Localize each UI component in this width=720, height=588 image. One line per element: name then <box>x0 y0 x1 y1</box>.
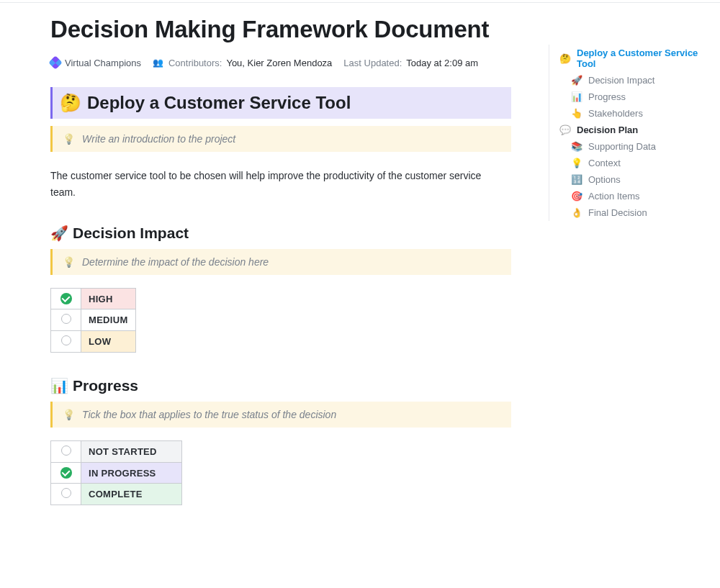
outline-item-label: Progress <box>588 91 626 102</box>
last-updated-label: Last Updated: <box>343 58 402 68</box>
progress-label-cell[interactable]: IN PROGRESS <box>81 463 182 484</box>
radio-empty-icon <box>61 488 71 498</box>
contributors-chip[interactable]: Contributors: You, Kier Zoren Mendoza <box>153 57 332 68</box>
heading-progress-text: Progress <box>73 377 138 394</box>
rocket-icon: 🚀 <box>50 225 68 242</box>
outline-emoji-icon: 🤔 <box>559 53 571 64</box>
contributors-icon <box>153 57 164 68</box>
intro-callout-text: Write an introduction to the project <box>82 133 235 145</box>
progress-radio-cell[interactable] <box>51 441 81 463</box>
section-banner-title: Deploy a Customer Service Tool <box>87 93 351 113</box>
impact-table: HIGHMEDIUMLOW <box>50 288 136 353</box>
outline-emoji-icon: 👌 <box>571 207 582 218</box>
impact-callout[interactable]: 💡 Determine the impact of the decision h… <box>50 249 511 275</box>
impact-callout-text: Determine the impact of the decision her… <box>82 256 269 268</box>
outline-item[interactable]: 👆Stakeholders <box>558 105 707 122</box>
outline-item-label: Final Decision <box>588 207 647 218</box>
outline-item[interactable]: 📊Progress <box>558 89 707 105</box>
outline-item[interactable]: 🎯Action Items <box>558 188 707 204</box>
impact-label-cell[interactable]: MEDIUM <box>81 309 136 331</box>
section-banner-deploy: 🤔 Deploy a Customer Service Tool <box>50 87 511 119</box>
progress-radio-cell[interactable] <box>51 463 81 484</box>
outline-emoji-icon: 🚀 <box>571 75 582 86</box>
outline-item-label: Supporting Data <box>588 141 656 152</box>
impact-radio-cell[interactable] <box>51 309 81 331</box>
impact-row: MEDIUM <box>51 309 136 331</box>
outline-emoji-icon: 🎯 <box>571 191 582 202</box>
outline-item-label: Stakeholders <box>588 108 643 119</box>
intro-callout[interactable]: 💡 Write an introduction to the project <box>50 126 511 152</box>
outline-item-label: Decision Plan <box>577 125 638 135</box>
lightbulb-icon: 💡 <box>63 133 75 145</box>
progress-row: IN PROGRESS <box>51 463 182 484</box>
workspace-chip[interactable]: Virtual Champions <box>50 58 141 68</box>
speech-bubble-icon <box>559 125 571 135</box>
impact-radio-cell[interactable] <box>51 331 81 353</box>
radio-empty-icon <box>61 445 71 456</box>
outline-emoji-icon: 👆 <box>571 108 582 119</box>
thinking-face-icon: 🤔 <box>60 93 81 113</box>
outline-item[interactable]: 👌Final Decision <box>558 204 707 221</box>
radio-empty-icon <box>61 314 71 324</box>
outline-item[interactable]: Decision Plan <box>558 122 707 138</box>
workspace-name: Virtual Champions <box>65 58 141 68</box>
outline-emoji-icon: 💡 <box>571 158 582 168</box>
impact-radio-cell[interactable] <box>51 289 81 309</box>
lightbulb-icon: 💡 <box>63 256 75 268</box>
check-circle-icon <box>60 467 72 479</box>
progress-label-cell[interactable]: COMPLETE <box>81 484 182 505</box>
outline-emoji-icon: 🔢 <box>571 174 582 185</box>
heading-progress: 📊 Progress <box>50 377 511 394</box>
progress-row: NOT STARTED <box>51 441 182 463</box>
last-updated-value: Today at 2:09 am <box>406 58 478 68</box>
workspace-icon <box>48 55 63 70</box>
bar-chart-icon: 📊 <box>50 377 68 394</box>
lightbulb-icon: 💡 <box>63 409 75 420</box>
outline-item[interactable]: 📚Supporting Data <box>558 138 707 155</box>
check-circle-icon <box>60 293 72 304</box>
progress-radio-cell[interactable] <box>51 484 81 505</box>
impact-label-cell[interactable]: LOW <box>81 331 136 353</box>
contributors-value: You, Kier Zoren Mendoza <box>226 58 332 68</box>
doc-meta-row: Virtual Champions Contributors: You, Kie… <box>50 57 511 68</box>
outline-item-label: Deploy a Customer Service Tool <box>577 48 706 69</box>
impact-row: LOW <box>51 331 136 353</box>
outline-item-label: Action Items <box>588 191 640 202</box>
heading-decision-impact-text: Decision Impact <box>73 225 189 242</box>
outline-item[interactable]: 🤔Deploy a Customer Service Tool <box>558 45 707 72</box>
progress-label-cell[interactable]: NOT STARTED <box>81 441 182 463</box>
radio-empty-icon <box>61 335 71 345</box>
outline-item[interactable]: 🚀Decision Impact <box>558 72 707 89</box>
outline-item-label: Decision Impact <box>588 75 654 86</box>
intro-body-text[interactable]: The customer service tool to be chosen w… <box>50 168 482 200</box>
outline-emoji-icon: 📊 <box>571 91 582 102</box>
last-updated-chip: Last Updated: Today at 2:09 am <box>343 58 478 68</box>
progress-callout[interactable]: 💡 Tick the box that applies to the true … <box>50 402 511 428</box>
progress-row: COMPLETE <box>51 484 182 505</box>
outline-item[interactable]: 🔢Options <box>558 171 707 188</box>
impact-row: HIGH <box>51 289 136 309</box>
outline-emoji-icon: 📚 <box>571 141 582 152</box>
contributors-label: Contributors: <box>168 58 222 68</box>
page-title: Decision Making Framework Document <box>50 14 511 44</box>
outline-sidebar: 🤔Deploy a Customer Service Tool🚀Decision… <box>549 45 707 221</box>
impact-label-cell[interactable]: HIGH <box>81 289 136 309</box>
progress-callout-text: Tick the box that applies to the true st… <box>82 409 336 420</box>
outline-item-label: Context <box>588 158 621 168</box>
outline-item-label: Options <box>588 174 621 185</box>
heading-decision-impact: 🚀 Decision Impact <box>50 225 511 242</box>
outline-item[interactable]: 💡Context <box>558 155 707 171</box>
progress-table: NOT STARTEDIN PROGRESSCOMPLETE <box>50 440 182 505</box>
